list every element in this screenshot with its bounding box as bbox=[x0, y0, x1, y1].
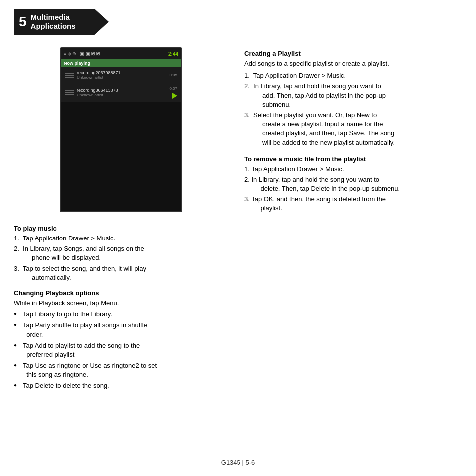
play-music-heading: To play music bbox=[14, 225, 214, 232]
song-lines-icon-1 bbox=[65, 73, 74, 78]
footer-text: G1345 | 5-6 bbox=[221, 459, 255, 466]
remove-music-heading: To remove a music file from the playlist bbox=[244, 155, 454, 163]
song-artist-2: Unknown artist bbox=[77, 93, 118, 97]
now-playing-bar: Now playing bbox=[61, 59, 181, 67]
list-item: 3. Tap to select the song, and then, it … bbox=[14, 264, 214, 282]
list-item: 2. In Library, tap Songs, and all songs … bbox=[14, 244, 214, 262]
creating-playlist-list: 1. Tap Application Drawer > Music. 2. In… bbox=[244, 71, 454, 147]
list-item: Tap Add to playlist to add the song to t… bbox=[14, 341, 214, 359]
song-artist-1: Unknown artist bbox=[77, 75, 121, 80]
song-info-2: recording366413878 Unknown artist bbox=[65, 88, 118, 97]
song-right-2: 0:07 bbox=[169, 86, 177, 99]
status-time: 2:44 bbox=[168, 51, 178, 57]
play-music-list: 1. Tap Application Drawer > Music. 2. In… bbox=[14, 234, 214, 282]
chapter-badge: 5 Multimedia Applications bbox=[14, 9, 109, 35]
list-item: Tap Delete to delete the song. bbox=[14, 381, 214, 390]
list-item: 1. Tap Application Drawer > Music. bbox=[244, 165, 454, 174]
phone-screenshot: ≡ ψ ⊕ ▣ ▣ ₪ ₪ 2:44 Now playing recording… bbox=[60, 47, 182, 212]
song-title-2: recording366413878 bbox=[77, 88, 118, 93]
list-item: 3. Select the playlist you want. Or, tap… bbox=[244, 111, 454, 147]
left-column: To play music 1. Tap Application Drawer … bbox=[14, 225, 214, 398]
chapter-title: Multimedia Applications bbox=[31, 13, 76, 31]
column-divider bbox=[230, 40, 230, 446]
list-item: 2. In Library, tap and hold the song you… bbox=[244, 82, 454, 109]
list-item: 1. Tap Application Drawer > Music. bbox=[14, 234, 214, 243]
list-item: Tap Use as ringtone or Use as ringtone2 … bbox=[14, 361, 214, 379]
song-item-2: recording366413878 Unknown artist 0:07 bbox=[61, 83, 181, 102]
playback-intro: While in Playback screen, tap Menu. bbox=[14, 299, 214, 308]
creating-playlist-intro: Add songs to a specific playlist or crea… bbox=[244, 59, 454, 68]
playback-bullets: Tap Library to go to the Library. Tap Pa… bbox=[14, 310, 214, 391]
list-item: 3. Tap OK, and then, the song is deleted… bbox=[244, 195, 454, 213]
list-item: 2. In Library, tap and hold the song you… bbox=[244, 175, 454, 193]
list-item: Tap Library to go to the Library. bbox=[14, 310, 214, 319]
phone-song-list: recording2067988871 Unknown artist 0:05 … bbox=[61, 67, 181, 102]
status-icons-left: ≡ ψ ⊕ ▣ ▣ ₪ ₪ bbox=[64, 51, 100, 56]
phone-status-bar: ≡ ψ ⊕ ▣ ▣ ₪ ₪ 2:44 bbox=[61, 48, 181, 59]
song-time-1: 0:05 bbox=[169, 73, 177, 77]
song-title-1: recording2067988871 bbox=[77, 70, 121, 75]
song-info-1: recording2067988871 Unknown artist bbox=[65, 70, 121, 80]
remove-music-list: 1. Tap Application Drawer > Music. 2. In… bbox=[244, 165, 454, 213]
song-time-2: 0:07 bbox=[169, 86, 177, 91]
right-column: Creating a Playlist Add songs to a speci… bbox=[244, 50, 454, 221]
song-item-1: recording2067988871 Unknown artist 0:05 bbox=[61, 67, 181, 83]
list-item: Tap Party shuffle to play all songs in s… bbox=[14, 321, 214, 339]
playback-options-heading: Changing Playback options bbox=[14, 289, 214, 297]
play-icon bbox=[172, 93, 177, 99]
footer: G1345 | 5-6 bbox=[0, 459, 476, 466]
chapter-number: 5 bbox=[19, 14, 27, 30]
song-details-1: recording2067988871 Unknown artist bbox=[77, 70, 121, 80]
list-item: 1. Tap Application Drawer > Music. bbox=[244, 71, 454, 80]
creating-playlist-heading: Creating a Playlist bbox=[244, 50, 454, 57]
song-lines-icon-2 bbox=[65, 90, 74, 95]
song-details-2: recording366413878 Unknown artist bbox=[77, 88, 118, 97]
